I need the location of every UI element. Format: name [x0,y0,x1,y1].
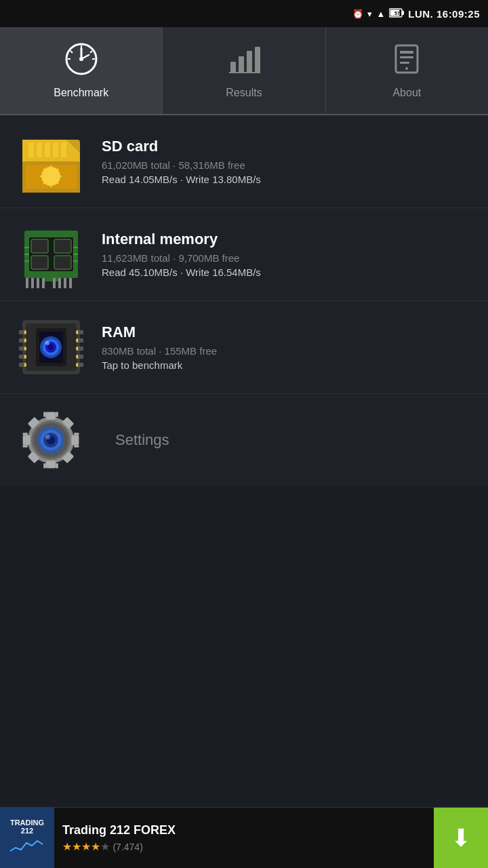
ad-logo-top: TRADING [10,818,44,827]
svg-point-106 [45,435,50,439]
ad-content: Trading 212 FOREX ★★★★★ (7.474) [54,818,434,859]
svg-rect-96 [46,461,56,469]
svg-rect-86 [78,330,83,334]
svg-rect-61 [69,278,72,288]
settings-icon [14,406,88,474]
tab-benchmark-label: Benchmark [54,87,108,99]
sd-card-subtitle: 61,020MB total · 58,316MB free [102,159,474,171]
svg-rect-57 [42,278,45,288]
content-area: SD card 61,020MB total · 58,316MB free R… [0,115,488,486]
svg-point-7 [79,57,83,61]
results-icon [228,43,260,81]
svg-rect-19 [400,51,413,54]
svg-rect-56 [37,278,39,288]
internal-memory-desc: Read 45.10MB/s · Write 16.54MB/s [102,267,474,278]
svg-rect-84 [19,355,24,359]
svg-point-69 [48,344,54,350]
svg-rect-94 [72,435,79,445]
internal-memory-icon [14,220,88,288]
svg-rect-82 [19,338,24,342]
svg-text:57: 57 [394,11,400,16]
internal-memory-text: Internal memory 11,623MB total · 9,700MB… [102,231,474,278]
svg-rect-28 [45,142,50,157]
wifi-icon: ▾ [367,9,372,19]
ad-rating-row: ★★★★★ (7.474) [62,840,426,853]
settings-label: Settings [115,431,169,449]
internal-memory-subtitle: 11,623MB total · 9,700MB free [102,252,474,264]
svg-rect-30 [61,142,66,157]
signal-icon: ▲ [376,9,385,19]
svg-rect-50 [54,239,71,253]
ad-star-empty: ★ [100,841,110,852]
sd-card-item[interactable]: SD card 61,020MB total · 58,316MB free R… [0,115,488,208]
svg-rect-60 [64,278,66,288]
svg-rect-58 [53,278,56,288]
ram-text: RAM 830MB total · 155MB free Tap to benc… [102,323,474,371]
tab-about[interactable]: About [326,27,488,114]
ad-download-button[interactable]: ⬇ [434,808,488,869]
svg-line-11 [70,51,73,53]
svg-rect-54 [26,278,28,288]
sd-card-text: SD card 61,020MB total · 58,316MB free R… [102,138,474,185]
svg-rect-81 [19,330,24,334]
svg-rect-21 [400,62,409,64]
svg-rect-52 [54,256,71,269]
tab-bar: Benchmark Results About [0,27,488,115]
tab-benchmark[interactable]: Benchmark [0,27,163,114]
svg-rect-51 [31,256,48,269]
ram-item[interactable]: RAM 830MB total · 155MB free Tap to benc… [0,301,488,394]
ad-title: Trading 212 FOREX [62,823,426,837]
svg-rect-55 [31,278,34,288]
ad-banner[interactable]: TRADING 212 Trading 212 FOREX ★★★★★ (7.4… [0,807,488,868]
svg-rect-90 [78,363,83,367]
download-icon: ⬇ [451,824,471,852]
svg-point-22 [405,67,408,70]
ad-logo: TRADING 212 [0,808,54,869]
ram-subtitle: 830MB total · 155MB free [102,345,474,357]
svg-line-9 [90,51,92,53]
svg-rect-85 [19,363,24,367]
tab-results[interactable]: Results [163,27,325,114]
svg-rect-88 [78,347,83,351]
svg-rect-98 [23,435,30,445]
svg-rect-27 [37,142,42,157]
svg-rect-59 [58,278,61,288]
svg-rect-100 [46,412,56,420]
benchmark-icon [65,43,98,81]
ram-icon [14,313,88,381]
ad-logo-chart [9,837,46,857]
svg-point-70 [45,341,49,345]
status-icons: ⏰ ▾ ▲ 57 LUN. 16:09:25 [352,7,480,20]
settings-item[interactable]: Settings [0,394,488,486]
svg-rect-26 [28,142,34,157]
svg-rect-16 [255,47,260,73]
sd-card-desc: Read 14.05MB/s · Write 13.80MB/s [102,174,474,185]
alarm-icon: ⏰ [352,9,363,19]
tab-about-label: About [392,87,421,99]
svg-rect-83 [19,347,24,351]
status-time: LUN. 16:09:25 [408,8,480,20]
tab-results-label: Results [226,87,262,99]
svg-rect-2 [402,11,404,15]
internal-memory-item[interactable]: Internal memory 11,623MB total · 9,700MB… [0,208,488,301]
svg-rect-29 [53,142,58,157]
svg-rect-14 [239,56,244,73]
sd-card-title: SD card [102,138,474,155]
about-icon [390,43,423,81]
ad-stars: ★★★★ [62,841,100,852]
ram-title: RAM [102,323,474,341]
ad-logo-bottom: 212 [21,827,33,835]
svg-rect-49 [31,239,48,253]
svg-rect-20 [400,56,413,58]
status-bar: ⏰ ▾ ▲ 57 LUN. 16:09:25 [0,0,488,27]
internal-memory-title: Internal memory [102,231,474,248]
svg-rect-89 [78,355,83,359]
svg-rect-87 [78,338,83,342]
svg-rect-53 [43,276,60,281]
sd-card-icon [14,127,88,195]
svg-rect-15 [247,51,252,73]
svg-rect-13 [230,62,236,73]
ram-desc: Tap to benchmark [102,359,474,371]
ad-rating: (7.474) [113,842,142,852]
battery-icon: 57 [389,7,404,20]
